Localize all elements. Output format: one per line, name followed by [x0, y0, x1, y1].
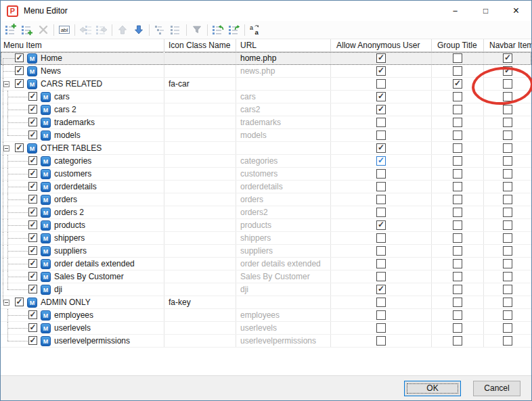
allow-anonymous-checkbox[interactable] — [376, 79, 386, 89]
collapse-all-button[interactable] — [152, 22, 168, 38]
icon-class-cell[interactable] — [164, 142, 236, 154]
menu-item-checkbox[interactable]: ✓ — [15, 53, 24, 62]
navbar-item-checkbox[interactable] — [503, 105, 512, 114]
url-cell[interactable]: categories — [236, 155, 331, 167]
allow-anonymous-checkbox[interactable] — [376, 233, 386, 243]
maximize-button[interactable]: □ — [470, 1, 501, 21]
table-row[interactable]: ✓Mdjidji✓ — [1, 283, 531, 296]
icon-class-cell[interactable] — [164, 129, 236, 141]
navbar-item-checkbox[interactable] — [503, 285, 512, 294]
group-title-checkbox[interactable] — [453, 105, 462, 114]
menu-item-checkbox[interactable]: ✓ — [28, 246, 37, 255]
allow-anonymous-checkbox[interactable]: ✓ — [376, 66, 386, 76]
url-cell[interactable]: dji — [236, 283, 331, 296]
table-row[interactable]: ✓Muserlevelsuserlevels — [1, 322, 531, 335]
url-cell[interactable]: trademarks — [236, 116, 331, 128]
menu-item-cell[interactable]: ✓MSales By Customer — [1, 270, 164, 283]
menu-item-cell[interactable]: ✓Morder details extended — [1, 258, 164, 270]
icon-class-cell[interactable] — [164, 52, 236, 64]
url-cell[interactable]: home.php — [236, 52, 331, 64]
menu-item-cell[interactable]: ✓Mcars 2 — [1, 103, 164, 116]
icon-class-cell[interactable] — [164, 193, 236, 206]
filter-button[interactable] — [189, 22, 205, 38]
menu-item-checkbox[interactable]: ✓ — [15, 66, 24, 75]
menu-item-cell[interactable]: ✓Mcustomers — [1, 168, 164, 180]
navbar-item-checkbox[interactable] — [503, 310, 512, 320]
navbar-item-checkbox[interactable] — [503, 220, 512, 230]
url-cell[interactable]: cars — [236, 91, 331, 103]
rename-menu-item-button[interactable]: abl — [56, 22, 72, 38]
cancel-button[interactable]: Cancel — [473, 381, 520, 396]
menu-item-cell[interactable]: ✓Morders 2 — [1, 206, 164, 218]
url-cell[interactable]: orderdetails — [236, 181, 331, 193]
menu-item-checkbox[interactable]: ✓ — [28, 259, 37, 268]
menu-item-cell[interactable]: ✓MADMIN ONLY — [1, 296, 164, 308]
url-cell[interactable]: userlevels — [236, 322, 331, 334]
table-row[interactable]: ✓Mordersorders — [1, 193, 531, 206]
group-title-checkbox[interactable] — [453, 272, 462, 281]
navbar-item-checkbox[interactable] — [503, 298, 512, 307]
group-title-checkbox[interactable]: ✓ — [453, 79, 462, 89]
menu-item-checkbox[interactable]: ✓ — [28, 285, 37, 293]
table-row[interactable]: ✓MSales By CustomerSales By Customer — [1, 270, 531, 283]
group-title-checkbox[interactable] — [453, 208, 462, 217]
icon-class-cell[interactable] — [164, 103, 236, 116]
group-title-checkbox[interactable] — [453, 118, 462, 127]
table-row[interactable]: ✓Mshippersshippers — [1, 232, 531, 245]
tree-collapse-toggle[interactable] — [3, 145, 9, 151]
table-row[interactable]: ✓Mproductsproducts✓ — [1, 219, 531, 232]
navbar-item-checkbox[interactable] — [503, 131, 512, 140]
table-row[interactable]: ✓Mcategoriescategories✓ — [1, 155, 531, 168]
menu-item-checkbox[interactable]: ✓ — [28, 92, 37, 101]
menu-item-checkbox[interactable]: ✓ — [28, 105, 37, 114]
menu-item-cell[interactable]: ✓MOTHER TABLES — [1, 142, 164, 154]
table-row[interactable]: ✓Morder details extendedorder details ex… — [1, 258, 531, 270]
url-cell[interactable]: shippers — [236, 232, 331, 244]
url-cell[interactable] — [236, 78, 331, 90]
url-cell[interactable]: employees — [236, 309, 331, 321]
group-title-checkbox[interactable] — [453, 169, 462, 179]
url-cell[interactable]: orders2 — [236, 206, 331, 218]
navbar-item-checkbox[interactable]: ✓ — [503, 66, 512, 76]
url-cell[interactable]: Sales By Customer — [236, 270, 331, 283]
icon-class-cell[interactable] — [164, 65, 236, 77]
menu-item-cell[interactable]: ✓Mproducts — [1, 219, 164, 231]
navbar-item-checkbox[interactable] — [503, 246, 512, 256]
menu-item-checkbox[interactable]: ✓ — [28, 195, 37, 204]
navbar-item-checkbox[interactable] — [503, 195, 512, 204]
allow-anonymous-checkbox[interactable] — [376, 195, 386, 204]
table-row[interactable]: ✓MCARS RELATEDfa-car✓ — [1, 78, 531, 91]
allow-anonymous-checkbox[interactable] — [376, 310, 386, 320]
allow-anonymous-checkbox[interactable]: ✓ — [376, 105, 386, 114]
allow-anonymous-checkbox[interactable]: ✓ — [376, 220, 386, 230]
icon-class-cell[interactable] — [164, 322, 236, 334]
navbar-item-checkbox[interactable] — [503, 336, 512, 346]
allow-anonymous-checkbox[interactable] — [376, 182, 386, 191]
icon-class-cell[interactable] — [164, 232, 236, 244]
icon-class-cell[interactable]: fa-key — [164, 296, 236, 308]
allow-anonymous-checkbox[interactable]: ✓ — [376, 285, 386, 294]
group-title-checkbox[interactable] — [453, 66, 462, 76]
table-row[interactable]: ✓Mcars 2cars2✓ — [1, 103, 531, 116]
navbar-item-checkbox[interactable] — [503, 156, 512, 166]
navbar-item-checkbox[interactable] — [503, 169, 512, 179]
menu-item-checkbox[interactable]: ✓ — [28, 272, 37, 281]
icon-class-cell[interactable] — [164, 219, 236, 231]
menu-item-cell[interactable]: ✓Muserlevels — [1, 322, 164, 334]
menu-item-cell[interactable]: ✓Mcategories — [1, 155, 164, 167]
menu-item-cell[interactable]: ✓Mshippers — [1, 232, 164, 244]
table-row[interactable]: ✓Mtrademarkstrademarks — [1, 116, 531, 129]
allow-anonymous-checkbox[interactable]: ✓ — [376, 143, 386, 153]
menu-item-checkbox[interactable]: ✓ — [28, 156, 37, 165]
group-title-checkbox[interactable] — [453, 156, 462, 166]
add-child-menu-item-button[interactable] — [19, 22, 35, 38]
menu-item-cell[interactable]: ✓Memployees — [1, 309, 164, 321]
group-title-checkbox[interactable] — [453, 233, 462, 243]
allow-anonymous-checkbox[interactable]: ✓ — [376, 92, 386, 101]
group-title-checkbox[interactable] — [453, 131, 462, 140]
allow-anonymous-checkbox[interactable] — [376, 336, 386, 346]
expand-all-button[interactable] — [168, 22, 184, 38]
menu-item-checkbox[interactable]: ✓ — [28, 208, 37, 216]
tree-collapse-toggle[interactable] — [3, 81, 9, 87]
group-title-checkbox[interactable] — [453, 92, 462, 101]
